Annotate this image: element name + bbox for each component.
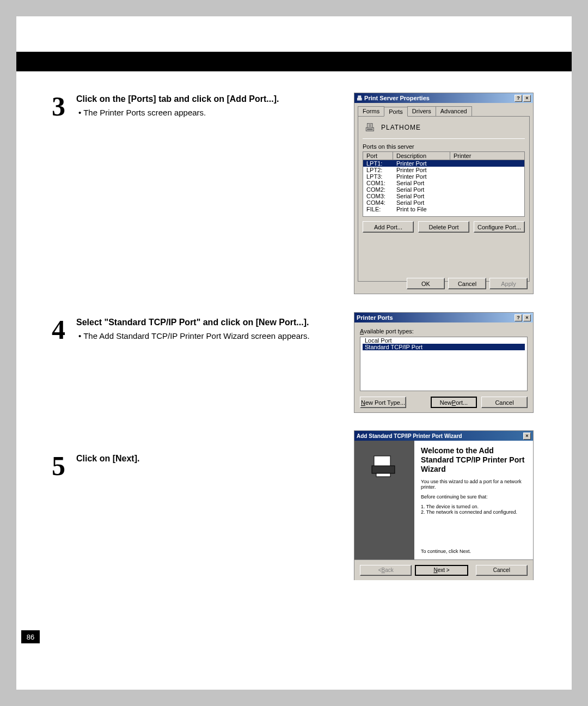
- add-tcpip-port-wizard: Add Standard TCP/IP Printer Port Wizard …: [354, 430, 534, 580]
- dialog-title: Add Standard TCP/IP Printer Port Wizard: [357, 433, 462, 439]
- ports-label: Ports on this server: [363, 143, 525, 150]
- step-number: 5: [52, 452, 76, 479]
- back-button[interactable]: < Back: [360, 565, 412, 576]
- tab-advanced[interactable]: Advanced: [436, 106, 472, 116]
- configure-port-button[interactable]: Configure Port...: [474, 221, 525, 233]
- col-port[interactable]: Port: [363, 152, 393, 160]
- add-port-button[interactable]: Add Port...: [363, 221, 414, 233]
- tab-drivers[interactable]: Drivers: [407, 106, 436, 116]
- dialog-title: Printer Ports: [357, 314, 393, 321]
- list-item[interactable]: Standard TCP/IP Port: [363, 344, 525, 350]
- port-cell: COM1:: [363, 180, 393, 186]
- svg-rect-2: [376, 473, 390, 477]
- wizard-continue: To continue, click Next.: [421, 549, 471, 554]
- port-type-listbox[interactable]: Local PortStandard TCP/IP Port: [360, 337, 528, 391]
- close-icon[interactable]: ×: [523, 314, 531, 321]
- header-black-bar: [16, 52, 572, 71]
- table-row[interactable]: COM4:Serial Port: [363, 199, 524, 206]
- wizard-heading: Welcome to the Add Standard TCP/IP Print…: [421, 446, 526, 473]
- step-body: Select "Standard TCP/IP Port" and click …: [76, 316, 310, 343]
- step-bullet: The Printer Ports screen appears.: [76, 107, 310, 119]
- page-number: 86: [21, 630, 40, 643]
- document-page: 3 Click on the [Ports] tab and click on …: [16, 16, 572, 690]
- col-printer[interactable]: Printer: [450, 152, 524, 160]
- dialog-title: Print Server Properties: [364, 95, 430, 101]
- desc-cell: Printer Port: [393, 160, 450, 167]
- tab-forms[interactable]: Forms: [358, 106, 384, 116]
- print-server-properties-dialog: 🖶 Print Server Properties ? × Forms Port…: [354, 93, 534, 294]
- titlebar: 🖶 Print Server Properties ? ×: [354, 93, 533, 103]
- new-port-button[interactable]: New Port...: [431, 397, 477, 408]
- port-cell: LPT2:: [363, 167, 393, 173]
- close-icon[interactable]: ×: [523, 95, 531, 102]
- printer-wizard-icon: [371, 451, 398, 478]
- svg-rect-1: [372, 466, 395, 473]
- port-cell: COM4:: [363, 199, 393, 206]
- wizard-before: Before continuing be sure that:: [421, 494, 526, 500]
- cancel-button[interactable]: Cancel: [481, 397, 528, 408]
- printer-ports-dialog: Printer Ports ? × Available port types: …: [354, 312, 534, 413]
- cancel-button[interactable]: Cancel: [448, 278, 486, 289]
- tab-strip: Forms Ports Drivers Advanced: [354, 103, 533, 116]
- table-row[interactable]: LPT3:Printer Port: [363, 173, 524, 180]
- port-actions: Add Port... Delete Port Configure Port..…: [363, 221, 525, 233]
- next-button[interactable]: Next >: [415, 565, 468, 576]
- table-row[interactable]: COM3:Serial Port: [363, 193, 524, 199]
- printer-icon: 🖶: [363, 121, 377, 134]
- col-description[interactable]: Description: [393, 152, 450, 160]
- delete-port-button[interactable]: Delete Port: [418, 221, 469, 233]
- tab-ports[interactable]: Ports: [384, 107, 408, 117]
- port-cell: COM3:: [363, 193, 393, 199]
- wizard-item2: 2. The network is connected and configur…: [421, 509, 526, 515]
- ports-tab-panel: 🖶 PLATHOME Ports on this server Port Des…: [358, 116, 530, 282]
- step-title: Click on the [Ports] tab and click on [A…: [76, 93, 310, 106]
- port-cell: FILE:: [363, 206, 393, 212]
- step-title: Click on [Next].: [76, 452, 310, 465]
- table-row[interactable]: LPT1:Printer Port: [363, 160, 524, 167]
- table-row[interactable]: LPT2:Printer Port: [363, 167, 524, 173]
- printer-icon: 🖶: [357, 95, 363, 101]
- ports-listview[interactable]: Port Description Printer LPT1:Printer Po…: [363, 151, 525, 217]
- wizard-footer: < Back Next > Cancel: [354, 559, 533, 580]
- desc-cell: Printer Port: [393, 173, 450, 180]
- desc-cell: Serial Port: [393, 180, 450, 186]
- close-icon[interactable]: ×: [523, 433, 531, 440]
- list-header: Port Description Printer: [363, 152, 524, 160]
- dialog-buttons: OK Cancel Apply: [407, 278, 528, 289]
- table-row[interactable]: FILE:Print to File: [363, 206, 524, 212]
- step-number: 3: [52, 93, 76, 120]
- help-icon[interactable]: ?: [514, 314, 522, 321]
- ok-button[interactable]: OK: [407, 278, 445, 289]
- desc-cell: Serial Port: [393, 186, 450, 193]
- desc-cell: Print to File: [393, 206, 450, 212]
- titlebar: Add Standard TCP/IP Printer Port Wizard …: [354, 431, 533, 441]
- wizard-main: Welcome to the Add Standard TCP/IP Print…: [414, 441, 533, 559]
- step-bullet: The Add Standard TCP/IP Printer Port Wiz…: [76, 330, 310, 343]
- help-icon[interactable]: ?: [514, 95, 522, 102]
- step-title: Select "Standard TCP/IP Port" and click …: [76, 316, 310, 329]
- table-row[interactable]: COM1:Serial Port: [363, 180, 524, 186]
- new-port-type-button[interactable]: New Port Type...: [360, 397, 406, 408]
- table-row[interactable]: COM2:Serial Port: [363, 186, 524, 193]
- titlebar: Printer Ports ? ×: [354, 313, 533, 322]
- list-item[interactable]: Local Port: [363, 337, 525, 344]
- step-body: Click on the [Ports] tab and click on [A…: [76, 93, 310, 119]
- port-cell: COM2:: [363, 186, 393, 193]
- content-area: 3 Click on the [Ports] tab and click on …: [52, 93, 536, 501]
- port-cell: LPT3:: [363, 173, 393, 180]
- available-port-types-label: Available port types:: [360, 328, 528, 334]
- step-number: 4: [52, 316, 76, 343]
- step-body: Click on [Next].: [76, 452, 310, 465]
- svg-rect-0: [374, 456, 390, 467]
- desc-cell: Printer Port: [393, 167, 450, 173]
- port-cell: LPT1:: [363, 160, 393, 167]
- wizard-sidebar: [354, 441, 414, 559]
- wizard-item1: 1. The device is turned on.: [421, 504, 526, 509]
- desc-cell: Serial Port: [393, 199, 450, 206]
- desc-cell: Serial Port: [393, 193, 450, 199]
- apply-button[interactable]: Apply: [489, 278, 528, 289]
- wizard-lead: You use this wizard to add a port for a …: [421, 479, 526, 490]
- cancel-button[interactable]: Cancel: [476, 565, 528, 576]
- server-name: PLATHOME: [381, 124, 421, 131]
